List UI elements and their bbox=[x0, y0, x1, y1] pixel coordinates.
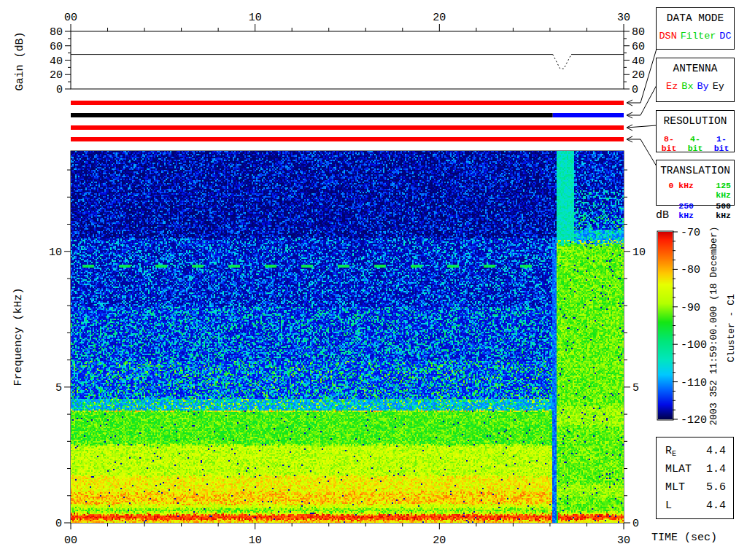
legend-item-filter: Filter bbox=[681, 31, 716, 42]
legend-item-0-khz: 0 kHz bbox=[659, 181, 694, 200]
gain-plot-frame bbox=[71, 31, 624, 89]
gain-tick-label: 20 bbox=[50, 69, 63, 82]
ephemeris-label: L bbox=[665, 498, 672, 516]
freq-tick-label: 10 bbox=[49, 246, 62, 259]
gain-tick-label: 80 bbox=[632, 26, 645, 39]
gain-tick-label: 40 bbox=[632, 55, 645, 68]
panel-arrow bbox=[627, 139, 657, 166]
ephemeris-value: 1.4 bbox=[706, 462, 726, 480]
gain-tick-label: 40 bbox=[50, 55, 63, 68]
colorbar-tick-label: -90 bbox=[681, 302, 700, 314]
data-mode-title: DATA MODE bbox=[657, 12, 734, 24]
time-tick-label: 10 bbox=[249, 534, 262, 547]
wbd-spectrogram-display: { "top_axis": {"tick_labels": ["00","10"… bbox=[0, 0, 747, 560]
time-tick-label: 30 bbox=[617, 534, 630, 547]
spectrogram-canvas bbox=[71, 151, 624, 523]
top-axis-tick-label: 30 bbox=[617, 12, 630, 24]
time-tick-label: 20 bbox=[433, 534, 446, 547]
legend-item-dc: DC bbox=[719, 31, 731, 42]
freq-tick-label: 0 bbox=[632, 518, 639, 530]
gain-tick-label: 60 bbox=[50, 41, 63, 53]
gain-tick-label: 0 bbox=[56, 84, 63, 96]
colorbar-tick-label: -120 bbox=[681, 414, 707, 427]
gain-tick-label: 20 bbox=[632, 69, 645, 82]
colorbar-tick-label: -100 bbox=[681, 339, 707, 351]
ephemeris-label: MLT bbox=[665, 480, 685, 498]
data-mode-bar bbox=[71, 101, 624, 105]
freq-tick-label: 0 bbox=[55, 518, 62, 530]
resolution-bar bbox=[71, 125, 624, 130]
ephemeris-row-mlat: MLAT1.4 bbox=[657, 462, 733, 480]
legend-item-ez: Ez bbox=[666, 81, 678, 92]
ephemeris-value: 5.6 bbox=[706, 480, 726, 498]
ephemeris-row-r: RE4.4 bbox=[657, 443, 733, 462]
gain-dip-dotted bbox=[553, 55, 571, 69]
time-axis-label: TIME (sec) bbox=[651, 532, 717, 544]
gain-tick-label: 0 bbox=[632, 84, 638, 96]
datetime-annotation: 2003 352 11:59:00.000 (18 December) bbox=[708, 226, 719, 425]
translation-items: 0 kHz125 kHz250 kHz500 kHz bbox=[657, 181, 734, 220]
ephemeris-label: MLAT bbox=[665, 462, 692, 480]
freq-tick-label: 5 bbox=[632, 382, 639, 394]
translation-panel: TRANSLATION 0 kHz125 kHz250 kHz500 kHz bbox=[656, 160, 735, 206]
translation-bar bbox=[71, 137, 624, 141]
antenna-title: ANTENNA bbox=[657, 63, 734, 74]
legend-item-1-bit: 1-bit bbox=[709, 134, 734, 153]
legend-item-bx: Bx bbox=[681, 81, 693, 92]
legend-item-4-bit: 4-bit bbox=[683, 134, 708, 153]
resolution-title: RESOLUTION bbox=[657, 115, 734, 127]
ephemeris-row-l: L4.4 bbox=[657, 498, 733, 516]
ephemeris-value: 4.4 bbox=[706, 498, 726, 516]
colorbar-tick-label: -80 bbox=[681, 264, 700, 276]
resolution-items: 8-bit4-bit1-bit bbox=[657, 134, 734, 153]
ephemeris-label-subscript: E bbox=[672, 450, 676, 458]
data-mode-panel: DATA MODE DSNFilterDC bbox=[656, 7, 735, 50]
translation-title: TRANSLATION bbox=[657, 165, 734, 176]
ephemeris-value: 4.4 bbox=[706, 443, 726, 462]
legend-item-500-khz: 500 kHz bbox=[697, 201, 731, 220]
top-axis-tick-label: 10 bbox=[249, 12, 262, 24]
ephemeris-row-mlt: MLT5.6 bbox=[657, 480, 733, 498]
antenna-bar bbox=[71, 113, 553, 117]
legend-item-8-bit: 8-bit bbox=[657, 134, 681, 153]
ephemeris-panel: RE4.4MLAT1.4MLT5.6L4.4 bbox=[656, 437, 734, 519]
top-axis-tick-label: 20 bbox=[433, 12, 446, 24]
colorbar-canvas bbox=[658, 232, 673, 419]
freq-tick-label: 10 bbox=[632, 246, 646, 259]
spacecraft-annotation: Cluster - C1 bbox=[726, 294, 737, 362]
antenna-bar bbox=[553, 113, 624, 117]
legend-item-dsn: DSN bbox=[659, 31, 676, 42]
freq-tick-label: 5 bbox=[55, 382, 62, 394]
colorbar-tick-label: -110 bbox=[681, 377, 707, 389]
legend-item-ey: Ey bbox=[713, 81, 724, 92]
gain-tick-label: 60 bbox=[632, 41, 645, 53]
frequency-axis-label: Frequency (kHz) bbox=[12, 287, 25, 386]
colorbar-tick-label: -70 bbox=[681, 227, 700, 239]
data-mode-items: DSNFilterDC bbox=[657, 31, 734, 42]
legend-item-250-khz: 250 kHz bbox=[659, 201, 694, 220]
gain-tick-label: 80 bbox=[50, 26, 63, 39]
gain-axis-label: Gain (dB) bbox=[14, 31, 26, 90]
resolution-panel: RESOLUTION 8-bit4-bit1-bit bbox=[656, 110, 735, 152]
top-axis-tick-label: 00 bbox=[64, 12, 77, 24]
legend-item-125-khz: 125 kHz bbox=[697, 181, 731, 200]
legend-item-by: By bbox=[697, 81, 709, 92]
ephemeris-label: RE bbox=[665, 443, 676, 462]
antenna-items: EzBxByEy bbox=[657, 81, 734, 92]
antenna-panel: ANTENNA EzBxByEy bbox=[656, 58, 735, 102]
time-tick-label: 00 bbox=[64, 534, 77, 547]
